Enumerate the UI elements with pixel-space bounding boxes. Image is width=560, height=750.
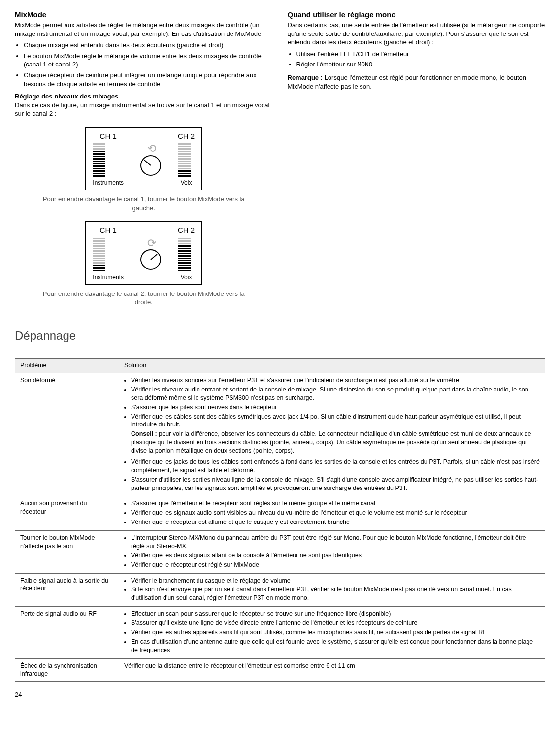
col-solution: Solution — [119, 359, 545, 373]
solution-cell: Effectuer un scan pour s'assurer que le … — [119, 607, 545, 658]
diagram-2: CH 1 Instruments ⟳ — [15, 221, 273, 284]
problem-cell: Son déformé — [15, 373, 119, 496]
table-row: Aucun son provenant du récepteurS'assure… — [15, 496, 545, 531]
solution-cell: L'interrupteur Stereo-MX/Mono du panneau… — [119, 531, 545, 574]
mono-heading: Quand utiliser le réglage mono — [288, 10, 546, 20]
troubleshooting-table: Problème Solution Son déforméVérifier le… — [15, 358, 545, 682]
caption-2: Pour entendre davantage le canal 2, tour… — [34, 290, 253, 307]
list-item: Utiliser l'entrée LEFT/CH1 de l'émetteur — [296, 50, 546, 59]
solution-cell: S'assurer que l'émetteur et le récepteur… — [119, 496, 545, 531]
mono-note: Remarque : Lorsque l'émetteur est réglé … — [288, 73, 546, 91]
mixmode-intro: MixMode permet aux artistes de régler le… — [15, 21, 273, 38]
table-row: Perte de signal audio ou RFEffectuer un … — [15, 607, 545, 658]
table-row: Faible signal audio à la sortie du récep… — [15, 573, 545, 607]
divider — [15, 353, 545, 353]
meter-ch2 — [178, 143, 191, 177]
voix-label: Voix — [178, 179, 195, 187]
mixmode-list: Chaque mixage est entendu dans les deux … — [15, 41, 273, 88]
svg-line-3 — [151, 254, 157, 260]
mono-intro: Dans certains cas, une seule entrée de l… — [288, 21, 546, 47]
meter-ch1 — [93, 143, 105, 177]
voix-label: Voix — [178, 273, 195, 281]
diagram-1: CH 1 Instruments ⟲ — [15, 127, 273, 190]
table-row: Son déforméVérifier les niveaux sonores … — [15, 373, 545, 496]
knob-icon — [139, 154, 162, 177]
problem-cell: Échec de la synchronisation infrarouge — [15, 658, 119, 682]
problem-cell: Tourner le bouton MixMode n'affecte pas … — [15, 531, 119, 574]
levels-heading: Réglage des niveaux des mixages — [15, 92, 273, 101]
table-row: Tourner le bouton MixMode n'affecte pas … — [15, 531, 545, 574]
ch2-label: CH 2 — [178, 226, 195, 235]
list-item: Le bouton MixMode règle le mélange de vo… — [24, 52, 273, 69]
problem-cell: Faible signal audio à la sortie du récep… — [15, 573, 119, 607]
mono-list: Utiliser l'entrée LEFT/CH1 de l'émetteur… — [288, 50, 546, 69]
ch2-label: CH 2 — [178, 131, 195, 141]
instr-label: Instruments — [93, 179, 124, 187]
col-problem: Problème — [15, 359, 119, 373]
meter-ch2 — [178, 238, 191, 271]
solution-cell: Vérifier le branchement du casque et le … — [119, 573, 545, 607]
instr-label: Instruments — [93, 273, 124, 281]
ch1-label: CH 1 — [93, 226, 124, 235]
list-item: Chaque récepteur de ceinture peut intégr… — [24, 71, 273, 88]
problem-cell: Aucun son provenant du récepteur — [15, 496, 119, 531]
meter-ch1 — [93, 238, 105, 271]
caption-1: Pour entendre davantage le canal 1, tour… — [34, 195, 253, 212]
divider — [15, 323, 545, 323]
page-number: 24 — [15, 690, 545, 699]
list-item: Chaque mixage est entendu dans les deux … — [24, 41, 273, 50]
depannage-heading: Dépannage — [15, 328, 545, 344]
svg-line-1 — [144, 160, 151, 165]
levels-intro: Dans ce cas de figure, un mixage instrum… — [15, 101, 273, 118]
knob-icon — [139, 248, 162, 271]
solution-cell: Vérifier que la distance entre le récept… — [119, 658, 545, 682]
solution-cell: Vérifier les niveaux sonores sur l'émett… — [119, 373, 545, 496]
problem-cell: Perte de signal audio ou RF — [15, 607, 119, 658]
ch1-label: CH 1 — [93, 131, 124, 141]
mixmode-heading: MixMode — [15, 10, 273, 20]
list-item: Régler l'émetteur sur MONO — [296, 60, 546, 69]
table-row: Échec de la synchronisation infrarougeVé… — [15, 658, 545, 682]
